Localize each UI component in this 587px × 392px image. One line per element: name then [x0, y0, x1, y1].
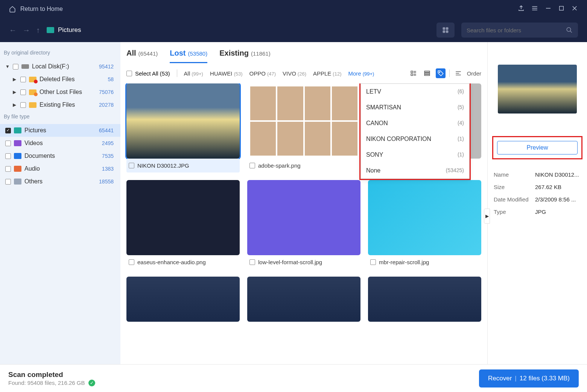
checkbox[interactable] [126, 71, 132, 76]
type-pictures[interactable]: Pictures 65441 [0, 124, 120, 137]
filter-vivo[interactable]: VIVO(26) [283, 70, 306, 77]
thumbnail[interactable] [126, 180, 240, 255]
type-others[interactable]: Others 18558 [0, 175, 120, 188]
recover-button[interactable]: Recover | 12 files (3.33 MB) [479, 369, 579, 387]
tab-lost[interactable]: Lost(53580) [170, 49, 207, 63]
view-detail-icon[interactable] [422, 68, 432, 78]
checkbox[interactable] [5, 179, 11, 185]
preview-highlight: Preview [492, 136, 582, 159]
return-to-home[interactable]: Return to Home [9, 6, 63, 12]
checkbox[interactable] [5, 141, 11, 146]
file-card[interactable]: low-level-format-scroll.jpg [247, 180, 360, 269]
filter-more[interactable]: More(99+) [348, 70, 374, 77]
chevron-right-icon[interactable]: ▶ [13, 102, 17, 107]
close-button[interactable] [571, 5, 578, 13]
view-toggle[interactable] [436, 23, 455, 38]
window-controls [518, 5, 578, 13]
file-card[interactable]: adobe-spark.png [247, 83, 360, 173]
tree-local-disk[interactable]: ▼ Local Disk(F:) 95412 [0, 60, 120, 73]
dropdown-item-none[interactable]: None(53425) [361, 163, 469, 179]
maximize-button[interactable] [558, 5, 564, 13]
svg-rect-6 [411, 71, 413, 73]
tree-deleted-files[interactable]: ▶ Deleted Files 58 [0, 73, 120, 86]
chevron-right-icon[interactable]: ▶ [13, 77, 17, 82]
chevron-down-icon[interactable]: ▼ [5, 64, 10, 69]
scan-summary: Found: 95408 files, 216.26 GB [8, 380, 85, 386]
checkbox[interactable] [5, 166, 11, 172]
filter-apple[interactable]: APPLE(12) [313, 70, 342, 77]
checkbox[interactable] [249, 259, 255, 265]
checkbox[interactable] [20, 89, 26, 95]
breadcrumb: Pictures [47, 26, 81, 34]
preview-button[interactable]: Preview [497, 141, 578, 154]
menu-icon[interactable] [531, 5, 538, 13]
tree-other-lost-files[interactable]: ▶ Other Lost Files 75076 [0, 86, 120, 98]
svg-rect-7 [411, 74, 413, 76]
tabs: All(65441) Lost(53580) Existing(11861) [120, 42, 487, 63]
checkbox[interactable] [20, 77, 26, 82]
dropdown-item-nikon[interactable]: NIKON CORPORATION(1) [361, 131, 469, 147]
sort-icon[interactable] [453, 68, 463, 78]
checkbox[interactable] [5, 153, 11, 159]
thumbnail[interactable] [247, 277, 360, 322]
type-videos[interactable]: Videos 2495 [0, 137, 120, 150]
file-metadata: NameNIKON D30012... Size267.62 KB Date M… [488, 168, 587, 218]
thumbnail[interactable] [126, 83, 240, 159]
tree-existing-files[interactable]: ▶ Existing Files 20278 [0, 98, 120, 111]
thumbnail[interactable] [126, 277, 240, 322]
svg-point-11 [439, 72, 440, 73]
main-panel: All(65441) Lost(53580) Existing(11861) S… [120, 42, 487, 364]
preview-thumbnail [498, 65, 577, 114]
file-card[interactable] [247, 277, 360, 322]
nav-up[interactable]: ↑ [36, 26, 40, 35]
search-box[interactable] [461, 23, 578, 38]
file-card[interactable] [126, 277, 240, 322]
pictures-icon [47, 27, 54, 33]
dropdown-item-sony[interactable]: SONY(1) [361, 147, 469, 163]
dropdown-item-letv[interactable]: LETV(6) [361, 84, 469, 100]
view-list-icon[interactable] [409, 68, 418, 78]
file-card[interactable]: mbr-repair-scroll.jpg [368, 180, 481, 269]
checkbox[interactable] [13, 64, 18, 70]
gallery[interactable]: NIKON D30012.JPG adobe-spark.png easeus-… [120, 83, 487, 364]
export-icon[interactable] [518, 5, 525, 13]
select-all[interactable]: Select All (53) [126, 70, 170, 77]
search-icon [566, 27, 573, 33]
checkbox[interactable] [129, 259, 134, 265]
collapse-detail-handle[interactable]: ▶ [484, 209, 490, 224]
type-audio[interactable]: Audio 1383 [0, 162, 120, 175]
check-icon: ✓ [88, 380, 95, 386]
search-input[interactable] [467, 27, 566, 33]
order-label[interactable]: Order [467, 70, 481, 77]
svg-rect-10 [424, 74, 430, 76]
dropdown-item-canon[interactable]: CANON(4) [361, 115, 469, 131]
thumbnail[interactable] [368, 180, 481, 255]
tab-all[interactable]: All(65441) [126, 49, 158, 63]
thumbnail[interactable] [247, 180, 360, 255]
file-card[interactable] [368, 277, 481, 322]
checkbox[interactable] [249, 163, 255, 168]
folder-icon [29, 102, 36, 108]
checkbox[interactable] [129, 163, 134, 168]
filter-all[interactable]: All(99+) [184, 70, 203, 77]
filter-huawei[interactable]: HUAWEI(53) [210, 70, 243, 77]
svg-rect-3 [443, 30, 446, 33]
tab-existing[interactable]: Existing(11861) [219, 49, 271, 63]
dropdown-item-smartisan[interactable]: SMARTISAN(5) [361, 100, 469, 115]
thumbnail[interactable] [368, 277, 481, 322]
file-card[interactable]: easeus-enhance-audio.png [126, 180, 240, 269]
thumbnail[interactable] [247, 83, 360, 159]
checkbox[interactable] [20, 102, 26, 108]
checkbox-checked[interactable] [5, 128, 11, 133]
nav-forward[interactable]: → [23, 26, 30, 35]
detail-panel: ▶ Preview NameNIKON D30012... Size267.62… [487, 42, 587, 364]
filter-oppo[interactable]: OPPO(47) [249, 70, 276, 77]
more-dropdown[interactable]: LETV(6) SMARTISAN(5) CANON(4) NIKON CORP… [360, 83, 470, 179]
file-card[interactable]: NIKON D30012.JPG [126, 83, 240, 173]
minimize-button[interactable] [545, 5, 552, 13]
chevron-right-icon[interactable]: ▶ [13, 89, 17, 95]
checkbox[interactable] [370, 259, 376, 265]
nav-back[interactable]: ← [9, 26, 17, 35]
view-tag-icon[interactable] [436, 68, 446, 78]
type-documents[interactable]: Documents 7535 [0, 150, 120, 162]
